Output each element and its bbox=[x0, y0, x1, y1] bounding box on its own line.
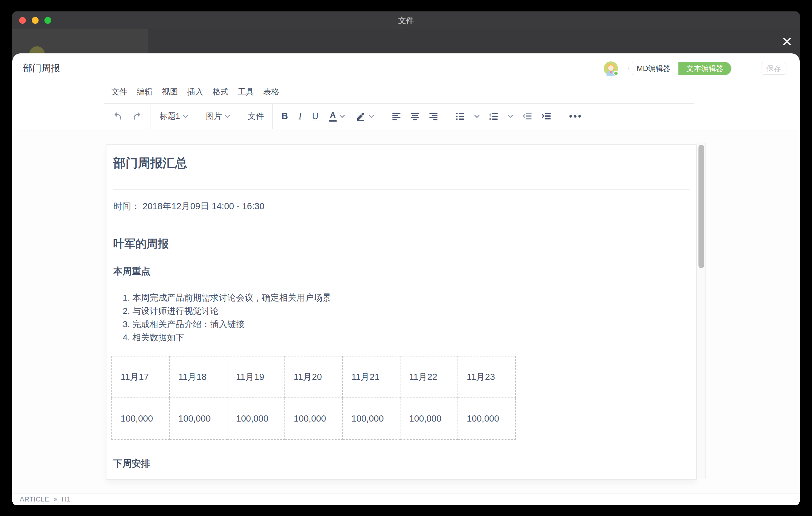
doc-heading-2: 叶军的周报 bbox=[113, 237, 690, 250]
chevron-down-icon bbox=[339, 114, 345, 118]
indent-button[interactable] bbox=[542, 112, 551, 121]
heading-style-dropdown[interactable]: 标题1 bbox=[160, 111, 188, 122]
table-cell[interactable]: 100,000 bbox=[169, 398, 227, 439]
doc-title: 部门周报 bbox=[23, 62, 60, 75]
table-cell[interactable]: 11月21 bbox=[343, 356, 400, 398]
statusbar: ARTICLE » H1 bbox=[12, 493, 800, 505]
underline-button[interactable]: U bbox=[312, 111, 318, 121]
table-row: 100,000100,000100,000100,000100,000100,0… bbox=[112, 398, 516, 439]
table-cell[interactable]: 11月18 bbox=[169, 356, 227, 398]
outdent-button[interactable] bbox=[522, 112, 532, 121]
save-button[interactable]: 保存 bbox=[761, 62, 786, 75]
menu-item-编辑[interactable]: 编辑 bbox=[135, 85, 154, 98]
highlight-color-button[interactable] bbox=[355, 111, 374, 121]
bullet-list-dropdown[interactable] bbox=[474, 114, 480, 118]
chevron-down-icon bbox=[369, 114, 374, 118]
close-icon[interactable] bbox=[782, 36, 792, 47]
menu-item-文件[interactable]: 文件 bbox=[110, 85, 129, 98]
menu-item-表格[interactable]: 表格 bbox=[261, 85, 281, 98]
online-status-dot bbox=[613, 71, 618, 76]
menu-item-格式[interactable]: 格式 bbox=[211, 85, 230, 98]
more-options-icon: ••• bbox=[569, 111, 582, 122]
font-color-icon: A bbox=[329, 111, 337, 122]
md-editor-button[interactable]: MD编辑器 bbox=[629, 62, 678, 75]
sheet-header: 部门周报 MD编辑器 文本编辑器 保存 bbox=[12, 53, 800, 80]
bullet-list-button[interactable] bbox=[456, 112, 465, 121]
bold-icon: B bbox=[281, 111, 288, 121]
insert-file-label: 文件 bbox=[248, 111, 264, 122]
table-cell[interactable]: 11月23 bbox=[458, 356, 516, 398]
text-editor-button[interactable]: 文本编辑器 bbox=[678, 62, 731, 75]
user-avatar[interactable] bbox=[604, 61, 618, 76]
font-color-button[interactable]: A bbox=[329, 111, 345, 122]
toolbar: 标题1 图片 文件 B I U bbox=[104, 104, 694, 129]
chevron-down-icon bbox=[508, 114, 513, 118]
weekly-list: 本周完成产品前期需求讨论会议，确定相关用户场景与设计师进行视觉讨论完成相关产品介… bbox=[113, 291, 690, 344]
more-options-button[interactable]: ••• bbox=[569, 111, 582, 122]
menu-item-插入[interactable]: 插入 bbox=[185, 85, 205, 98]
table-cell[interactable]: 100,000 bbox=[112, 398, 169, 439]
heading-style-label: 标题1 bbox=[160, 111, 180, 122]
table-cell[interactable]: 100,000 bbox=[227, 398, 285, 439]
titlebar: 文件 bbox=[12, 11, 800, 29]
bold-button[interactable]: B bbox=[281, 111, 288, 121]
doc-heading-1: 部门周报汇总 bbox=[113, 156, 690, 170]
avatar-face bbox=[608, 65, 614, 71]
scrollbar-thumb[interactable] bbox=[698, 145, 704, 268]
breadcrumb: ARTICLE » H1 bbox=[20, 495, 71, 503]
editor-sheet: 部门周报 MD编辑器 文本编辑器 保存 文件编辑视图插入格式工具表格 bbox=[12, 53, 800, 505]
align-left-button[interactable] bbox=[392, 112, 401, 121]
insert-file-button[interactable]: 文件 bbox=[248, 111, 264, 122]
underline-icon: U bbox=[312, 111, 318, 121]
align-center-button[interactable] bbox=[410, 112, 419, 121]
chevron-down-icon bbox=[183, 114, 188, 118]
list-item: 完成相关产品介绍：插入链接 bbox=[132, 318, 690, 331]
list-item: 与设计师进行视觉讨论 bbox=[132, 304, 690, 318]
menu-item-视图[interactable]: 视图 bbox=[160, 85, 180, 98]
data-table: 11月1711月1811月1911月2011月2111月2211月23100,0… bbox=[111, 356, 516, 440]
chevron-down-icon bbox=[225, 114, 230, 118]
divider bbox=[113, 224, 690, 224]
image-dropdown[interactable]: 图片 bbox=[206, 111, 230, 122]
app-window: 文件 部门周报 MD编辑器 文本编辑器 bbox=[12, 11, 800, 505]
undo-button[interactable] bbox=[113, 111, 123, 121]
italic-button[interactable]: I bbox=[298, 111, 301, 122]
table-cell[interactable]: 11月22 bbox=[400, 356, 458, 398]
image-label: 图片 bbox=[206, 111, 222, 122]
divider bbox=[113, 189, 690, 190]
ordered-list-dropdown[interactable] bbox=[508, 114, 513, 118]
table-cell[interactable]: 11月20 bbox=[285, 356, 343, 398]
align-right-button[interactable] bbox=[429, 112, 438, 121]
highlighter-icon bbox=[355, 111, 366, 121]
table-cell[interactable]: 11月17 bbox=[112, 356, 169, 398]
italic-icon: I bbox=[298, 111, 301, 122]
avatar-bow bbox=[610, 71, 612, 73]
document-card[interactable]: 部门周报汇总 时间： 2018年12月09日 14:00 - 16:30 叶军的… bbox=[106, 144, 697, 480]
list-item: 相关数据如下 bbox=[132, 331, 690, 344]
menubar: 文件编辑视图插入格式工具表格 bbox=[12, 80, 800, 104]
menu-item-工具[interactable]: 工具 bbox=[236, 85, 256, 98]
ordered-list-button[interactable]: 123 bbox=[489, 112, 498, 121]
editor-mode-toggle: MD编辑器 文本编辑器 bbox=[629, 62, 731, 75]
table-cell[interactable]: 100,000 bbox=[285, 398, 343, 439]
table-cell[interactable]: 100,000 bbox=[458, 398, 516, 439]
editor-content-area: 部门周报汇总 时间： 2018年12月09日 14:00 - 16:30 叶军的… bbox=[12, 129, 800, 493]
doc-heading-this-week: 本周重点 bbox=[113, 266, 690, 277]
doc-time-line: 时间： 2018年12月09日 14:00 - 16:30 bbox=[113, 200, 690, 212]
doc-heading-next-week: 下周安排 bbox=[113, 458, 690, 469]
window-title: 文件 bbox=[12, 11, 800, 29]
scrollbar-track[interactable] bbox=[697, 143, 705, 479]
table-cell[interactable]: 100,000 bbox=[400, 398, 458, 439]
chevron-down-icon bbox=[474, 114, 480, 118]
table-row: 11月1711月1811月1911月2011月2111月2211月23 bbox=[112, 356, 516, 398]
svg-text:3: 3 bbox=[489, 118, 491, 121]
redo-button[interactable] bbox=[132, 111, 142, 121]
list-item: 本周完成产品前期需求讨论会议，确定相关用户场景 bbox=[132, 291, 690, 304]
table-cell[interactable]: 100,000 bbox=[343, 398, 400, 439]
table-cell[interactable]: 11月19 bbox=[227, 356, 285, 398]
